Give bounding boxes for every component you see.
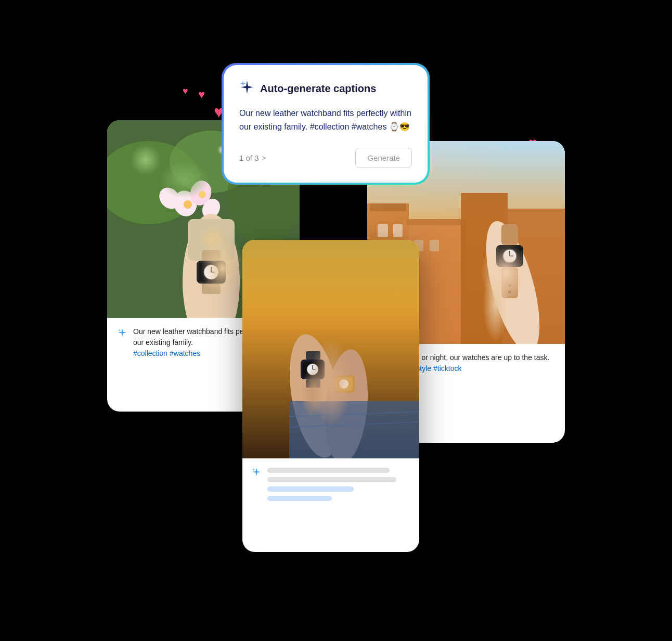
svg-point-51 (503, 249, 516, 263)
generate-button[interactable]: Generate (355, 148, 412, 168)
svg-rect-50 (498, 247, 521, 265)
skeleton-line-1 (267, 468, 390, 473)
center-card-skeleton (267, 468, 411, 501)
center-card-caption (242, 458, 419, 508)
main-card: Auto-generate captions Our new leather w… (222, 63, 430, 185)
main-card-title: Auto-generate captions (260, 83, 376, 95)
main-card-header: Auto-generate captions (239, 80, 412, 97)
svg-rect-47 (430, 240, 439, 251)
svg-line-35 (289, 422, 419, 427)
svg-point-10 (183, 214, 240, 318)
svg-rect-23 (301, 360, 325, 379)
svg-point-4 (170, 187, 200, 220)
center-card-image (242, 240, 419, 458)
svg-point-7 (199, 196, 224, 222)
main-card-hashtags: #collection #watches (310, 122, 387, 131)
sparkle-icon-center (251, 466, 262, 480)
svg-point-32 (339, 379, 348, 389)
skeleton-line-2 (267, 477, 396, 482)
skeleton-line-4 (267, 496, 332, 501)
svg-rect-11 (188, 219, 235, 261)
center-card (242, 240, 419, 552)
skeleton-line-3 (267, 486, 354, 492)
svg-point-56 (508, 290, 511, 293)
svg-rect-55 (501, 224, 518, 245)
sparkle-icon-main (239, 80, 255, 97)
left-card-hashtags: #collection #watches (133, 349, 200, 357)
svg-rect-45 (393, 224, 403, 237)
main-card-footer: 1 of 3 > Generate (239, 148, 412, 168)
pagination: 1 of 3 > (239, 153, 266, 162)
svg-rect-44 (378, 224, 388, 237)
pagination-arrow: > (262, 154, 266, 162)
main-card-gradient-border: Auto-generate captions Our new leather w… (222, 63, 430, 185)
sparkle-icon-left (117, 326, 128, 341)
svg-rect-31 (335, 377, 353, 391)
svg-line-34 (289, 412, 419, 417)
svg-point-5 (187, 178, 214, 208)
svg-point-22 (321, 348, 372, 458)
svg-rect-49 (496, 245, 523, 267)
svg-point-57 (508, 284, 511, 287)
center-card-illustration (242, 240, 419, 458)
svg-rect-29 (306, 351, 320, 360)
svg-rect-20 (242, 240, 419, 458)
main-card-body: Our new leather watchband fits perfectly… (239, 107, 412, 133)
svg-point-6 (155, 184, 184, 213)
heart-icon-1: ♥ (198, 89, 205, 100)
svg-rect-28 (306, 379, 320, 388)
svg-rect-40 (461, 193, 508, 344)
svg-rect-24 (303, 362, 322, 377)
svg-rect-18 (202, 250, 221, 261)
svg-point-8 (184, 200, 192, 209)
pagination-label: 1 of 3 (239, 153, 259, 162)
svg-rect-12 (197, 261, 226, 284)
svg-rect-30 (333, 375, 355, 393)
svg-rect-17 (202, 284, 221, 294)
svg-rect-54 (501, 267, 518, 298)
svg-rect-43 (406, 219, 463, 225)
svg-point-48 (475, 216, 551, 344)
svg-point-1 (107, 141, 201, 224)
svg-point-9 (199, 191, 206, 198)
svg-rect-42 (370, 203, 406, 211)
scene: ♥ ♥ ♥ ♥ ♥ ♥ (102, 47, 570, 594)
main-card-emojis: ⌚😎 (389, 122, 410, 131)
svg-point-25 (307, 364, 318, 375)
svg-rect-19 (242, 240, 419, 458)
svg-rect-13 (199, 263, 224, 281)
svg-point-14 (204, 265, 218, 279)
heart-icon-3: ♥ (183, 86, 188, 96)
svg-rect-33 (289, 401, 419, 458)
main-card-content: Auto-generate captions Our new leather w… (224, 65, 428, 183)
svg-point-21 (281, 330, 349, 458)
svg-rect-41 (502, 209, 565, 344)
